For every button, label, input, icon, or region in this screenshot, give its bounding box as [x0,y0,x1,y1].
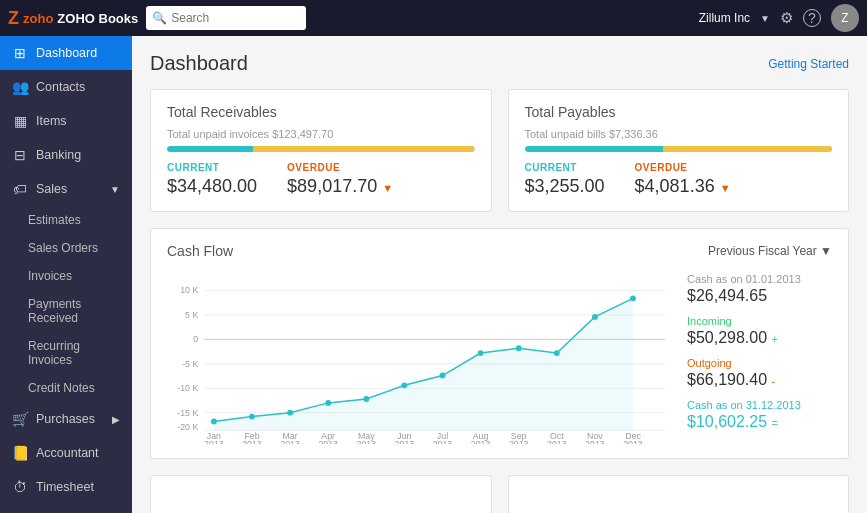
incoming-label: Incoming [687,315,832,327]
payables-progress-blue [525,146,663,152]
avatar-initial: Z [841,11,848,25]
gear-icon[interactable]: ⚙ [780,9,793,27]
banking-icon: ⊟ [12,147,28,163]
sidebar-item-credit-notes[interactable]: Credit Notes [0,374,132,402]
svg-point-16 [249,414,255,420]
svg-point-22 [478,350,484,356]
layout: ⊞ Dashboard 👥 Contacts ▦ Items ⊟ Banking… [0,36,867,513]
outgoing-stat: Outgoing $66,190.40 - [687,357,832,389]
svg-point-23 [516,345,522,351]
svg-point-20 [401,382,407,388]
receivables-metrics: CURRENT $34,480.00 OVERDUE $89,017.70 ▼ [167,162,475,197]
svg-text:2013: 2013 [623,439,643,444]
receivables-overdue: OVERDUE $89,017.70 ▼ [287,162,393,197]
bottom-card-1 [150,475,492,513]
payables-progress-yellow [663,146,832,152]
org-dropdown-arrow[interactable]: ▼ [760,13,770,24]
svg-point-25 [592,314,598,320]
svg-point-26 [630,295,636,301]
summary-cards: Total Receivables Total unpaid invoices … [150,89,849,212]
svg-text:2013: 2013 [433,439,453,444]
svg-text:2013: 2013 [204,439,224,444]
search-input[interactable] [171,11,301,25]
cashflow-body: 10 K 5 K 0 -5 K -10 K -15 K -20 K [167,269,832,444]
main-header: Dashboard Getting Started [150,52,849,75]
outgoing-label: Outgoing [687,357,832,369]
svg-text:-20 K: -20 K [177,422,198,432]
bottom-card-2 [508,475,850,513]
payables-overdue-value: $4,081.36 ▼ [635,176,731,197]
org-name[interactable]: Zillum Inc [699,11,750,25]
sidebar-item-payments-received[interactable]: Payments Received [0,290,132,332]
cash-end-stat: Cash as on 31.12.2013 $10,602.25 = [687,399,832,431]
cash-end-label: Cash as on 31.12.2013 [687,399,832,411]
cashflow-stats: Cash as on 01.01.2013 $26,494.65 Incomin… [687,269,832,444]
sales-icon: 🏷 [12,181,28,197]
sidebar-item-banking[interactable]: ⊟ Banking [0,138,132,172]
receivables-current-value: $34,480.00 [167,176,257,197]
svg-point-24 [554,350,560,356]
payables-overdue-label: OVERDUE [635,162,731,173]
svg-text:2013: 2013 [585,439,605,444]
receivables-title: Total Receivables [167,104,475,120]
svg-text:2013: 2013 [509,439,529,444]
payables-title: Total Payables [525,104,833,120]
svg-text:-10 K: -10 K [177,383,198,393]
outgoing-suffix: - [772,375,776,387]
cashflow-header: Cash Flow Previous Fiscal Year ▼ [167,243,832,259]
credit-notes-label: Credit Notes [28,381,95,395]
sidebar-item-timesheet[interactable]: ⏱ Timesheet [0,470,132,504]
svg-point-21 [440,373,446,379]
sidebar-item-purchases[interactable]: 🛒 Purchases ▶ [0,402,132,436]
purchases-arrow: ▶ [112,414,120,425]
svg-text:-15 K: -15 K [177,408,198,418]
receivables-current: CURRENT $34,480.00 [167,162,257,197]
page-title: Dashboard [150,52,248,75]
svg-text:2013: 2013 [395,439,415,444]
sidebar-label-timesheet: Timesheet [36,480,120,494]
getting-started-link[interactable]: Getting Started [768,57,849,71]
payables-current-label: CURRENT [525,162,605,173]
sidebar-item-reports[interactable]: 📊 Reports [0,504,132,513]
sidebar-item-accountant[interactable]: 📒 Accountant [0,436,132,470]
chart-svg: 10 K 5 K 0 -5 K -10 K -15 K -20 K [167,269,675,444]
sidebar-item-items[interactable]: ▦ Items [0,104,132,138]
cashflow-period-arrow: ▼ [820,244,832,258]
nav-right: Zillum Inc ▼ ⚙ ? Z [699,4,859,32]
receivables-unpaid: Total unpaid invoices $123,497.70 [167,128,475,140]
help-icon[interactable]: ? [803,9,821,27]
sales-arrow: ▼ [110,184,120,195]
sidebar-item-estimates[interactable]: Estimates [0,206,132,234]
cashflow-chart: 10 K 5 K 0 -5 K -10 K -15 K -20 K [167,269,675,444]
search-box[interactable]: 🔍 [146,6,306,30]
sales-orders-label: Sales Orders [28,241,98,255]
svg-text:5 K: 5 K [185,310,198,320]
main-content: Dashboard Getting Started Total Receivab… [132,36,867,513]
sidebar-item-contacts[interactable]: 👥 Contacts [0,70,132,104]
top-nav: Z zoho ZOHO Books 🔍 Zillum Inc ▼ ⚙ ? Z [0,0,867,36]
dashboard-icon: ⊞ [12,45,28,61]
cash-end-value: $10,602.25 = [687,413,832,431]
sidebar-label-sales: Sales [36,182,102,196]
sidebar-item-sales[interactable]: 🏷 Sales ▼ [0,172,132,206]
incoming-value: $50,298.00 + [687,329,832,347]
payables-overdue: OVERDUE $4,081.36 ▼ [635,162,731,197]
sidebar-item-sales-orders[interactable]: Sales Orders [0,234,132,262]
cash-end-suffix: = [772,417,778,429]
avatar[interactable]: Z [831,4,859,32]
logo: Z zoho ZOHO Books [8,8,138,29]
estimates-label: Estimates [28,213,81,227]
incoming-suffix: + [772,333,778,345]
sidebar-label-purchases: Purchases [36,412,104,426]
logo-zoho: zoho [23,11,53,26]
timesheet-icon: ⏱ [12,479,28,495]
sidebar-label-dashboard: Dashboard [36,46,120,60]
cashflow-period-selector[interactable]: Previous Fiscal Year ▼ [708,244,832,258]
svg-text:-5 K: -5 K [182,359,198,369]
contacts-icon: 👥 [12,79,28,95]
sidebar-item-invoices[interactable]: Invoices [0,262,132,290]
sidebar-item-dashboard[interactable]: ⊞ Dashboard [0,36,132,70]
payables-current-value: $3,255.00 [525,176,605,197]
cash-start-value: $26,494.65 [687,287,832,305]
sidebar-item-recurring-invoices[interactable]: Recurring Invoices [0,332,132,374]
